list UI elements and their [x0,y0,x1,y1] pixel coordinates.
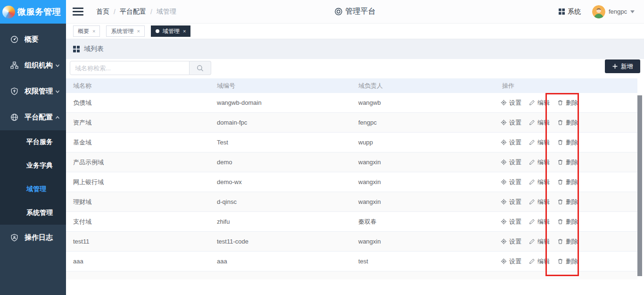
edit-button[interactable]: 编辑 [529,158,550,167]
add-button[interactable]: 新增 [605,59,640,73]
search-input[interactable] [70,61,190,75]
delete-button[interactable]: 删除 [557,118,578,127]
edit-button[interactable]: 编辑 [529,118,550,127]
breadcrumb-separator: / [150,8,152,16]
col-header-domain-owner: 域负责人 [351,82,495,90]
search-button[interactable] [190,61,211,75]
settings-button[interactable]: 设置 [501,138,521,147]
edit-button[interactable]: 编辑 [529,237,550,246]
shield-user-icon [10,234,18,242]
tab-overview[interactable]: 概要 × [73,25,100,37]
vertical-scrollbar-thumb[interactable] [637,95,642,276]
cell-domain-owner: wupp [351,139,495,146]
app-logo[interactable]: 微服务管理 [0,0,66,24]
trash-icon [557,199,563,205]
settings-button[interactable]: 设置 [501,118,521,127]
cell-domain-name: test11 [66,238,210,245]
tab-system-management[interactable]: 系统管理 × [106,25,144,37]
aim-icon [501,179,507,185]
table-header-row: 域名称 域编号 域负责人 操作 [66,78,637,93]
tab-label: 概要 [78,27,89,35]
topbar: 首页 / 平台配置 / 域管理 管理平台 系统 [66,0,644,24]
delete-button[interactable]: 删除 [557,237,578,246]
edit-button[interactable]: 编辑 [529,99,550,107]
delete-label: 删除 [566,237,578,246]
settings-label: 设置 [509,158,521,167]
settings-button[interactable]: 设置 [501,178,521,186]
settings-button[interactable]: 设置 [501,198,521,206]
edit-icon [529,100,535,106]
delete-label: 删除 [566,118,578,127]
cell-domain-name: aaa [66,258,210,265]
sidebar-item-domain-management[interactable]: 域管理 [0,177,66,201]
sidebar-item-system-management[interactable]: 系统管理 [0,201,66,225]
caret-down-icon [630,10,635,13]
delete-label: 删除 [566,257,578,266]
sidebar-item-organization[interactable]: 组织机构 [0,52,66,78]
chevron-down-icon [55,89,60,94]
aim-icon [501,199,507,205]
trash-icon [557,119,563,126]
edit-button[interactable]: 编辑 [529,138,550,147]
delete-button[interactable]: 删除 [557,178,578,186]
close-icon[interactable]: × [137,28,140,34]
edit-button[interactable]: 编辑 [529,218,550,226]
hamburger-menu-icon[interactable] [73,8,83,16]
cell-domain-owner: wangxin [351,198,495,205]
system-link[interactable]: 系统 [559,8,581,16]
tab-label: 系统管理 [111,27,133,35]
sidebar-item-platform-services[interactable]: 平台服务 [0,130,66,154]
delete-button[interactable]: 删除 [557,257,578,266]
edit-button[interactable]: 编辑 [529,178,550,186]
settings-button[interactable]: 设置 [501,218,521,226]
delete-button[interactable]: 删除 [557,99,578,107]
chevron-up-icon [55,115,60,120]
col-header-domain-code: 域编号 [210,82,351,90]
delete-button[interactable]: 删除 [557,138,578,147]
breadcrumb-home[interactable]: 首页 [96,8,109,16]
shield-lock-icon [10,87,18,95]
sidebar-item-operation-log[interactable]: 操作日志 [0,225,66,251]
cell-domain-owner: fengpc [351,119,495,126]
edit-label: 编辑 [537,218,550,226]
close-icon[interactable]: × [183,28,186,34]
edit-icon [529,159,535,165]
close-icon[interactable]: × [92,28,95,34]
settings-button[interactable]: 设置 [501,158,521,167]
toolbar: 新增 [66,59,644,78]
cell-domain-owner: wangxin [351,159,495,166]
trash-icon [557,139,563,145]
delete-button[interactable]: 删除 [557,218,578,226]
sidebar-item-platform-config[interactable]: 平台配置 [0,104,66,130]
org-chart-icon [10,61,18,69]
sidebar: 微服务管理 概要 组织机构 [0,0,66,295]
aim-icon [501,139,507,145]
panel-title: 域列表 [84,45,104,53]
delete-button[interactable]: 删除 [557,198,578,206]
tab-bar: 概要 × 系统管理 × 域管理 × [66,24,644,39]
breadcrumb-platform-config[interactable]: 平台配置 [120,8,146,16]
cell-domain-name: 资产域 [66,118,210,127]
settings-button[interactable]: 设置 [501,99,521,107]
trash-icon [557,179,563,185]
sidebar-item-permissions[interactable]: 权限管理 [0,78,66,104]
settings-button[interactable]: 设置 [501,237,521,246]
settings-button[interactable]: 设置 [501,257,521,266]
search-group [70,61,211,75]
edit-button[interactable]: 编辑 [529,198,550,206]
submenu-item-label: 域管理 [26,185,46,194]
app-root: 微服务管理 概要 组织机构 [0,0,644,295]
aim-icon [501,100,507,106]
aim-icon [501,219,507,225]
tab-domain-management[interactable]: 域管理 × [151,25,190,37]
edit-button[interactable]: 编辑 [529,257,550,266]
cell-domain-code: Test [210,139,351,146]
aim-icon [501,258,507,264]
sidebar-item-overview[interactable]: 概要 [0,26,66,52]
platform-title: 管理平台 [335,7,376,17]
sidebar-item-business-dictionary[interactable]: 业务字典 [0,154,66,177]
delete-label: 删除 [566,218,578,226]
delete-button[interactable]: 删除 [557,158,578,167]
user-menu[interactable]: fengpc [592,5,635,18]
platform-title-label: 管理平台 [346,7,376,17]
